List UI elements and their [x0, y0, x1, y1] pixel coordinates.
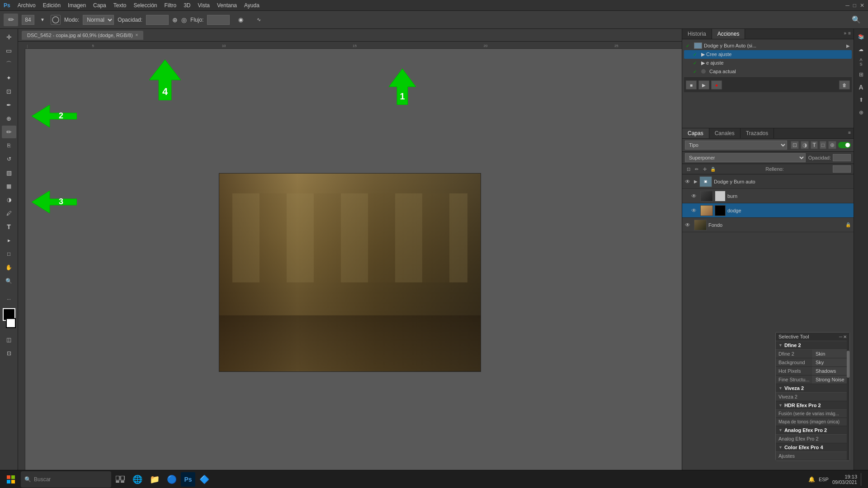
lock-position-icon[interactable]: ✛ [701, 165, 708, 173]
layer-visibility-burn[interactable]: 👁 [691, 193, 698, 199]
filter-smartobj-icon[interactable]: ⊕ [828, 141, 836, 149]
marquee-tool[interactable]: ▭ [2, 44, 16, 57]
menu-vista[interactable]: Vista [198, 2, 210, 9]
window-minimize[interactable]: ─ [845, 2, 849, 9]
fill-value[interactable]: 100% [833, 165, 851, 173]
eraser-tool[interactable]: ▧ [2, 166, 16, 179]
tab-capas[interactable]: Capas [682, 128, 709, 138]
mode-select[interactable]: Normal [83, 15, 114, 25]
layer-expand-icon[interactable]: ▶ [694, 179, 698, 184]
tab-canales[interactable]: Canales [709, 128, 741, 138]
lock-transparent-icon[interactable]: ⊡ [685, 165, 692, 173]
history-brush[interactable]: ↺ [2, 153, 16, 165]
taskbar-ie[interactable]: 🔵 [164, 471, 180, 488]
layer-type-filter[interactable]: Tipo [685, 141, 787, 150]
layer-item-burn[interactable]: 👁 burn [682, 189, 854, 203]
menu-edicion[interactable]: Edición [43, 2, 61, 9]
adobe-stock-icon[interactable]: AS [855, 56, 867, 68]
smooth-btn[interactable]: ∿ [251, 14, 266, 26]
sp-section-dfine[interactable]: ▼ Dfine 2 [776, 341, 849, 350]
taskbar-files[interactable]: 📁 [146, 471, 163, 488]
canvas-tab-close[interactable]: × [136, 33, 138, 38]
brush-tool[interactable]: ✏ [2, 126, 16, 138]
sp-scrollbar-thumb[interactable] [847, 351, 849, 378]
learn-icon[interactable]: 📚 [855, 31, 867, 42]
share-icon[interactable]: ⬆ [855, 94, 867, 106]
taskbar-search-placeholder[interactable]: Buscar [34, 476, 51, 483]
sp-section-viveza[interactable]: ▼ Viveza 2 [776, 384, 849, 393]
panel-menu-btn[interactable]: ≡ [848, 31, 851, 37]
opacity-input[interactable]: 24% [146, 15, 169, 25]
clone-tool[interactable]: ⎘ [2, 139, 16, 152]
taskbar-search[interactable]: 🔍 Buscar [21, 471, 111, 488]
action-group-item[interactable]: ✓ Dodge y Burn Auto (si... ▶ [684, 41, 852, 50]
lock-all-icon[interactable]: 🔒 [709, 165, 717, 173]
menu-filtro[interactable]: Filtro [165, 2, 177, 9]
layer-visibility-group[interactable]: 👁 [685, 178, 692, 185]
screen-mode-btn[interactable]: ⊡ [2, 347, 16, 360]
menu-archivo[interactable]: Archivo [18, 2, 36, 9]
eyedropper-tool[interactable]: ✒ [2, 99, 16, 111]
action-sub-item-2[interactable]: ✓ ▶ e ajuste [684, 59, 852, 67]
shape-tool[interactable]: □ [2, 248, 16, 260]
layer-item-fondo[interactable]: 👁 Fondo 🔒 [682, 218, 854, 232]
action-play-btn[interactable]: ▶ [698, 80, 709, 89]
canvas-image[interactable] [219, 173, 481, 372]
quick-mask-btn[interactable]: ◫ [2, 333, 16, 346]
canvas-workspace[interactable]: 5 10 15 20 25 [18, 42, 682, 478]
taskbar-start-btn[interactable] [2, 471, 20, 488]
menu-ayuda[interactable]: Ayuda [244, 2, 259, 9]
canvas-tab[interactable]: DSC_5452 - copia.jpg al 60,9% (dodge, RG… [22, 31, 143, 40]
taskbar-ps[interactable]: Ps [181, 472, 195, 487]
taskbar-show-desktop[interactable] [861, 473, 863, 486]
heal-tool[interactable]: ⊕ [2, 112, 16, 125]
dodge-tool[interactable]: ◑ [2, 193, 16, 206]
brush-tool-active[interactable]: ✏ [4, 14, 18, 26]
action-sub-item-3[interactable]: ✓ Capa actual [684, 67, 852, 75]
type-tool[interactable]: T [2, 221, 16, 233]
menu-ventana[interactable]: Ventana [217, 2, 237, 9]
layer-visibility-fondo[interactable]: 👁 [685, 222, 692, 228]
action-sub-item-1[interactable]: ✓ ▶ Cree ajuste [684, 50, 852, 59]
menu-seleccion[interactable]: Selección [133, 2, 157, 9]
opacity-value[interactable]: 100% [833, 154, 851, 161]
sp-section-hdr[interactable]: ▼ HDR Efex Pro 2 [776, 401, 849, 410]
layer-visibility-dodge[interactable]: 👁 [691, 207, 698, 214]
zoom-tool[interactable]: 🔍 [2, 275, 16, 287]
font-icon[interactable]: A [855, 81, 867, 93]
background-color[interactable] [6, 318, 16, 328]
filter-type-icon[interactable]: T [811, 141, 817, 149]
filter-pixel-icon[interactable]: ⊡ [791, 141, 799, 149]
patterns-icon[interactable]: ⊞ [855, 69, 867, 80]
brush-preset-btn[interactable] [51, 15, 61, 25]
menu-imagen[interactable]: Imagen [68, 2, 86, 9]
action-ctrl-play[interactable]: ▶ [846, 43, 850, 48]
menu-capa[interactable]: Capa [93, 2, 106, 9]
crop-tool[interactable]: ⊡ [2, 85, 16, 98]
search-btn[interactable]: 🔍 [852, 15, 861, 24]
action-stop-btn[interactable]: ■ [686, 80, 697, 89]
path-select-tool[interactable]: ▸ [2, 234, 16, 247]
action-delete-btn[interactable]: 🗑 [839, 80, 850, 89]
flow-input[interactable]: 55% [207, 15, 230, 25]
filter-adjust-icon[interactable]: ◑ [801, 141, 809, 149]
window-maximize[interactable]: □ [853, 2, 856, 9]
tab-trazados[interactable]: Trazados [741, 128, 774, 138]
sp-minimize-btn[interactable]: ─ [839, 334, 842, 339]
brush-options-btn[interactable]: ▼ [38, 14, 47, 26]
menu-3d[interactable]: 3D [184, 2, 190, 9]
move-tool[interactable]: ✛ [2, 31, 16, 43]
taskbar-app2[interactable]: 🔷 [196, 471, 212, 488]
pen-tool[interactable]: 🖊 [2, 207, 16, 220]
adjust-icon[interactable]: ⊕ [855, 107, 867, 118]
hand-tool[interactable]: ✋ [2, 261, 16, 274]
window-close[interactable]: ✕ [860, 2, 864, 9]
filter-toggle[interactable] [838, 142, 851, 148]
sp-section-analog[interactable]: ▼ Analog Efex Pro 2 [776, 426, 849, 435]
sp-close-btn[interactable]: ✕ [843, 334, 847, 339]
taskbar-taskview[interactable] [112, 471, 128, 488]
magic-wand-tool[interactable]: ✦ [2, 71, 16, 84]
layers-panel-menu[interactable]: ≡ [848, 130, 851, 136]
filter-shape-icon[interactable]: □ [820, 141, 826, 149]
layer-item-group[interactable]: 👁 ▶ ▣ Dodge y Burn auto [682, 174, 854, 189]
